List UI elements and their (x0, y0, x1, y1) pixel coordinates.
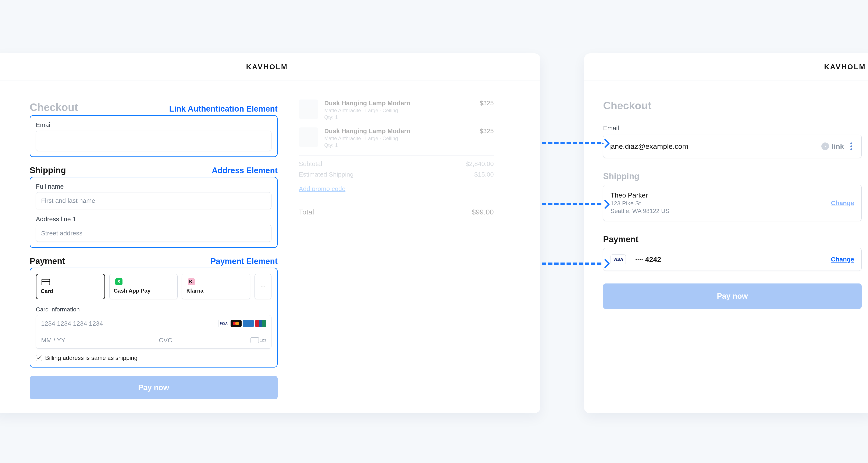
pay-now-button[interactable]: Pay now (603, 284, 862, 309)
arrow-icon (542, 201, 612, 208)
card-cvc-placeholder: CVC (159, 337, 172, 344)
pm-cashapp-label: Cash App Pay (114, 288, 173, 294)
pm-klarna[interactable]: K. Klarna (182, 274, 250, 299)
pm-klarna-label: Klarna (186, 288, 246, 294)
list-item: Dusk Hanging Lamp Modern Matte Anthracit… (299, 99, 494, 120)
promo-code-link[interactable]: Add promo code (299, 185, 345, 193)
cashapp-icon: $ (114, 278, 124, 286)
item-variant: Matte Anthracite · Large · Ceiling (324, 135, 474, 141)
shipping-value: $15.00 (474, 171, 494, 178)
mastercard-icon (230, 320, 242, 327)
billing-same-label: Billing address is same as shipping (45, 355, 137, 361)
link-auth-element-badge: Link Authentication Element (169, 104, 278, 113)
check-icon (36, 355, 42, 361)
card-icon (41, 278, 51, 286)
card-expiry-input[interactable]: MM / YY (36, 332, 154, 349)
visa-icon: VISA (611, 255, 626, 264)
payment-change-link[interactable]: Change (831, 256, 854, 263)
subtotal-value: $2,840.00 (466, 160, 494, 167)
before-panel: KAVHOLM Checkout Link Authentication Ele… (0, 53, 540, 413)
address-element-badge: Address Element (212, 166, 278, 175)
addr1-label: Address line 1 (36, 216, 272, 223)
unionpay-icon (255, 320, 266, 327)
accepted-brand-icons: VISA (218, 320, 266, 327)
payment-element-badge: Payment Element (211, 257, 278, 266)
shipping-line1: 123 Pike St (611, 200, 826, 207)
item-qty: Qty: 1 (324, 114, 474, 120)
after-panel: KAVHOLM Checkout Email jane.diaz@example… (584, 53, 868, 413)
item-title: Dusk Hanging Lamp Modern (324, 99, 474, 107)
link-arrow-icon: › (822, 142, 829, 150)
order-summary: Dusk Hanging Lamp Modern Matte Anthracit… (299, 99, 494, 399)
subtotal-label: Subtotal (299, 160, 322, 167)
total-label: Total (299, 208, 314, 216)
card-number-placeholder: 1234 1234 1234 1234 (41, 320, 103, 327)
address-element-box: Full name Address line 1 (30, 177, 278, 248)
fullname-input[interactable] (36, 192, 272, 209)
visa-icon: VISA (218, 320, 229, 327)
shipping-change-link[interactable]: Change (831, 199, 854, 207)
payment-summary-title: Payment (603, 235, 862, 244)
link-badge: › link (822, 142, 844, 151)
shipping-section-title: Shipping (30, 166, 66, 175)
ellipsis-icon: ··· (260, 283, 266, 291)
email-input[interactable] (36, 131, 272, 151)
list-item: Dusk Hanging Lamp Modern Matte Anthracit… (299, 127, 494, 148)
pay-now-button[interactable]: Pay now (30, 376, 278, 399)
item-price: $325 (479, 127, 494, 135)
billing-same-checkbox-row[interactable]: Billing address is same as shipping (36, 355, 272, 361)
arrow-icon (542, 140, 612, 147)
item-price: $325 (479, 99, 494, 107)
klarna-icon: K. (186, 278, 196, 286)
link-label: link (832, 142, 844, 151)
pm-card-label: Card (41, 288, 100, 295)
card-last4: ···· 4242 (635, 255, 661, 264)
shipping-line2: Seattle, WA 98122 US (611, 208, 826, 214)
thumbnail-icon (299, 99, 318, 119)
pm-cashapp[interactable]: $ Cash App Pay (110, 274, 178, 299)
shipping-summary-card: Theo Parker 123 Pike St Seattle, WA 9812… (603, 185, 862, 221)
email-input-filled[interactable]: jane.diaz@example.com › link (603, 135, 862, 158)
payment-section-title: Payment (30, 256, 65, 266)
pm-more[interactable]: ··· (254, 274, 272, 299)
card-cvc-input[interactable]: CVC 123 (154, 332, 272, 349)
svg-rect-1 (42, 281, 50, 282)
pm-card[interactable]: Card (36, 274, 105, 299)
thumbnail-icon (299, 127, 318, 147)
checkout-title: Checkout (30, 101, 78, 113)
card-expiry-placeholder: MM / YY (41, 337, 65, 344)
addr1-input[interactable] (36, 225, 272, 242)
checkout-title: Checkout (603, 99, 862, 112)
payment-summary-card: VISA ···· 4242 Change (603, 248, 862, 271)
cvc-icon: 123 (250, 337, 266, 343)
card-info-label: Card information (36, 306, 272, 313)
brand-logo: KAVHOLM (584, 53, 868, 80)
email-label: Email (36, 121, 272, 129)
card-number-input[interactable]: 1234 1234 1234 1234 VISA (36, 315, 271, 332)
shipping-label: Estimated Shipping (299, 171, 354, 178)
svg-rect-0 (42, 279, 50, 285)
amex-icon (243, 320, 254, 327)
fullname-label: Full name (36, 183, 272, 190)
kebab-icon[interactable] (847, 142, 856, 150)
arrow-icon (542, 260, 612, 267)
link-authentication-element-box: Email (30, 115, 278, 157)
item-qty: Qty: 1 (324, 142, 474, 148)
shipping-name: Theo Parker (611, 191, 826, 199)
brand-logo: KAVHOLM (0, 53, 540, 80)
email-label: Email (603, 125, 862, 132)
total-value: $99.00 (472, 208, 494, 216)
item-title: Dusk Hanging Lamp Modern (324, 127, 474, 135)
item-variant: Matte Anthracite · Large · Ceiling (324, 107, 474, 113)
shipping-summary-title: Shipping (603, 171, 862, 181)
payment-element-box: Card $ Cash App Pay K. Klarn (30, 268, 278, 367)
email-value: jane.diaz@example.com (609, 142, 688, 151)
